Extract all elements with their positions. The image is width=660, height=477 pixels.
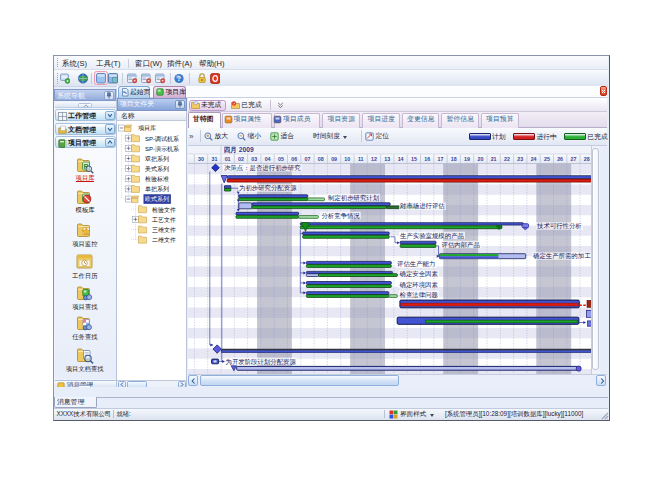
svg-text:SP-演示机系: SP-演示机系 (145, 145, 179, 152)
svg-text:欧式系列: 欧式系列 (145, 195, 169, 203)
svg-text:26: 26 (557, 155, 563, 161)
svg-text:04: 04 (264, 155, 270, 161)
svg-text:19: 19 (464, 155, 470, 161)
svg-text:项目库: 项目库 (138, 124, 156, 132)
svg-text:SP-调试机系: SP-调试机系 (145, 135, 179, 143)
svg-text:11: 11 (357, 155, 363, 161)
svg-text:确定生产所需的加工: 确定生产所需的加工 (533, 252, 591, 260)
svg-text:检验标准: 检验标准 (145, 176, 169, 183)
svg-text:05: 05 (277, 155, 283, 161)
svg-text:单把系列: 单把系列 (145, 185, 169, 193)
svg-text:24: 24 (530, 155, 536, 161)
svg-text:生产实验室规模的产品: 生产实验室规模的产品 (400, 231, 464, 239)
svg-text:27: 27 (570, 155, 576, 161)
svg-text:确定安全因素: 确定安全因素 (399, 270, 438, 278)
svg-text:31: 31 (211, 155, 217, 161)
svg-text:22: 22 (503, 155, 509, 161)
svg-text:10: 10 (344, 155, 350, 161)
svg-text:二维文件: 二维文件 (152, 236, 176, 243)
svg-text:02: 02 (237, 155, 243, 161)
svg-text:双把系列: 双把系列 (145, 155, 169, 163)
svg-text:评估内部产品: 评估内部产品 (441, 240, 479, 248)
svg-text:30: 30 (198, 155, 204, 161)
svg-text:20: 20 (477, 155, 483, 161)
svg-text:三维文件: 三维文件 (152, 226, 176, 233)
svg-text:21: 21 (490, 155, 496, 161)
svg-text:决策点：是否进行初步研究: 决策点：是否进行初步研究 (224, 163, 301, 171)
svg-text:四月 2009: 四月 2009 (223, 146, 253, 154)
svg-text:为初步研究分配资源: 为初步研究分配资源 (239, 184, 297, 192)
svg-text:12: 12 (371, 155, 377, 161)
svg-text:23: 23 (517, 155, 523, 161)
svg-text:分析竞争情况: 分析竞争情况 (321, 211, 360, 219)
svg-text:为开发阶段计划分配资源: 为开发阶段计划分配资源 (225, 357, 296, 365)
svg-text:28: 28 (583, 155, 589, 161)
svg-text:08: 08 (317, 155, 323, 161)
svg-text:14: 14 (397, 155, 403, 161)
svg-text:01: 01 (224, 155, 230, 161)
svg-text:25: 25 (543, 155, 549, 161)
svg-text:技术可行性分析: 技术可行性分析 (536, 222, 582, 229)
svg-text:15: 15 (410, 155, 416, 161)
svg-text:03: 03 (251, 155, 257, 161)
svg-text:确定环境因素: 确定环境因素 (399, 280, 438, 288)
svg-text:06: 06 (291, 155, 297, 161)
svg-text:检验文件: 检验文件 (152, 206, 176, 213)
svg-text:制定初步研究计划: 制定初步研究计划 (328, 193, 379, 201)
svg-text:对市场进行评估: 对市场进行评估 (399, 202, 445, 210)
svg-text:17: 17 (437, 155, 443, 161)
svg-text:?: ? (177, 75, 181, 82)
svg-text:检查法律问题: 检查法律问题 (399, 290, 438, 298)
svg-text:16: 16 (424, 155, 430, 161)
svg-text:工艺文件: 工艺文件 (152, 216, 176, 223)
svg-text:美式系列: 美式系列 (145, 165, 169, 173)
svg-text:07: 07 (304, 155, 310, 161)
svg-text:13: 13 (384, 155, 390, 161)
svg-text:18: 18 (450, 155, 456, 161)
svg-text:评估生产能力: 评估生产能力 (397, 260, 435, 268)
svg-text:09: 09 (331, 155, 337, 161)
